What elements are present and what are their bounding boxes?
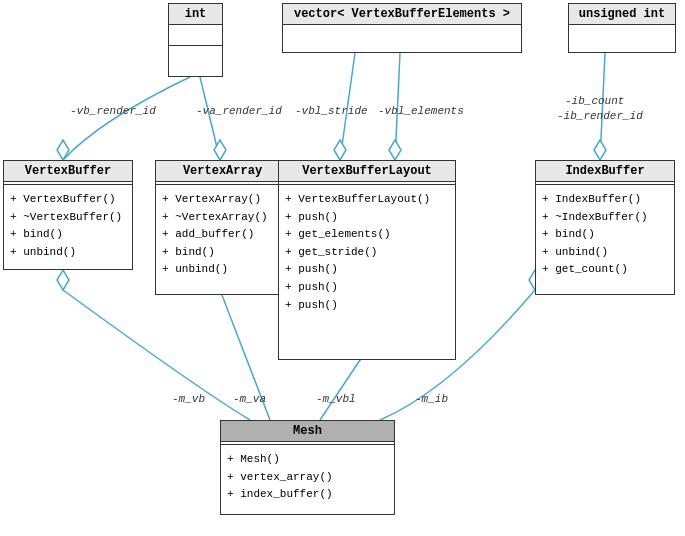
- vertex-buffer-header: VertexBuffer: [4, 161, 132, 182]
- vertex-buffer-layout-body: + VertexBufferLayout() + push() + get_el…: [279, 187, 455, 318]
- method: + ~VertexArray(): [162, 209, 283, 227]
- method: + VertexBuffer(): [10, 191, 126, 209]
- vector-label: vector< VertexBufferElements >: [294, 7, 510, 21]
- mesh-body: + Mesh() + vertex_array() + index_buffer…: [221, 447, 394, 508]
- index-buffer-body: + IndexBuffer() + ~IndexBuffer() + bind(…: [536, 187, 674, 283]
- vertex-buffer-layout-header: VertexBufferLayout: [279, 161, 455, 182]
- index-buffer-box: IndexBuffer + IndexBuffer() + ~IndexBuff…: [535, 160, 675, 295]
- vertex-array-header: VertexArray: [156, 161, 289, 182]
- method: + Mesh(): [227, 451, 388, 469]
- method: + bind(): [10, 226, 126, 244]
- index-buffer-label: IndexBuffer: [565, 164, 644, 178]
- label-m-ib: -m_ib: [415, 393, 448, 405]
- method: + ~IndexBuffer(): [542, 209, 668, 227]
- label-va-render-id: -va_render_id: [196, 105, 282, 117]
- method: + get_count(): [542, 261, 668, 279]
- method: + get_stride(): [285, 244, 449, 262]
- vertex-array-body: + VertexArray() + ~VertexArray() + add_b…: [156, 187, 289, 283]
- method: + add_buffer(): [162, 226, 283, 244]
- svg-marker-2: [334, 140, 346, 160]
- method: + bind(): [542, 226, 668, 244]
- vertex-buffer-layout-box: VertexBufferLayout + VertexBufferLayout(…: [278, 160, 456, 360]
- vertex-buffer-layout-label: VertexBufferLayout: [302, 164, 432, 178]
- diagram-container: int vector< VertexBufferElements > unsig…: [0, 0, 685, 536]
- int-box-header: int: [169, 4, 222, 25]
- method: + vertex_array(): [227, 469, 388, 487]
- unsigned-int-header: unsigned int: [569, 4, 675, 25]
- method: + unbind(): [10, 244, 126, 262]
- int-label: int: [185, 7, 207, 21]
- method: + bind(): [162, 244, 283, 262]
- unsigned-int-label: unsigned int: [579, 7, 665, 21]
- vertex-buffer-label: VertexBuffer: [25, 164, 111, 178]
- method: + push(): [285, 297, 449, 315]
- svg-marker-5: [57, 270, 69, 290]
- svg-marker-0: [57, 140, 69, 160]
- svg-marker-4: [594, 140, 606, 160]
- mesh-header: Mesh: [221, 421, 394, 442]
- label-ib-count: -ib_count: [565, 95, 624, 107]
- method: + VertexBufferLayout(): [285, 191, 449, 209]
- method: + index_buffer(): [227, 486, 388, 504]
- method: + push(): [285, 209, 449, 227]
- svg-marker-1: [214, 140, 226, 160]
- label-ib-render-id: -ib_render_id: [557, 110, 643, 122]
- label-vbl-stride: -vbl_stride: [295, 105, 368, 117]
- method: + ~VertexBuffer(): [10, 209, 126, 227]
- vertex-array-box: VertexArray + VertexArray() + ~VertexArr…: [155, 160, 290, 295]
- index-buffer-header: IndexBuffer: [536, 161, 674, 182]
- label-m-va: -m_va: [233, 393, 266, 405]
- mesh-box: Mesh + Mesh() + vertex_array() + index_b…: [220, 420, 395, 515]
- method: + unbind(): [542, 244, 668, 262]
- vertex-array-label: VertexArray: [183, 164, 262, 178]
- vertex-buffer-box: VertexBuffer + VertexBuffer() + ~VertexB…: [3, 160, 133, 270]
- label-m-vb: -m_vb: [172, 393, 205, 405]
- method: + unbind(): [162, 261, 283, 279]
- int-box: int: [168, 3, 223, 77]
- method: + push(): [285, 279, 449, 297]
- vertex-buffer-body: + VertexBuffer() + ~VertexBuffer() + bin…: [4, 187, 132, 265]
- vector-box: vector< VertexBufferElements >: [282, 3, 522, 53]
- mesh-label: Mesh: [293, 424, 322, 438]
- method: + push(): [285, 261, 449, 279]
- method: + VertexArray(): [162, 191, 283, 209]
- svg-marker-3: [389, 140, 401, 160]
- method: + get_elements(): [285, 226, 449, 244]
- unsigned-int-box: unsigned int: [568, 3, 676, 53]
- label-vb-render-id: -vb_render_id: [70, 105, 156, 117]
- vector-box-header: vector< VertexBufferElements >: [283, 4, 521, 25]
- method: + IndexBuffer(): [542, 191, 668, 209]
- label-m-vbl: -m_vbl: [316, 393, 356, 405]
- label-vbl-elements: -vbl_elements: [378, 105, 464, 117]
